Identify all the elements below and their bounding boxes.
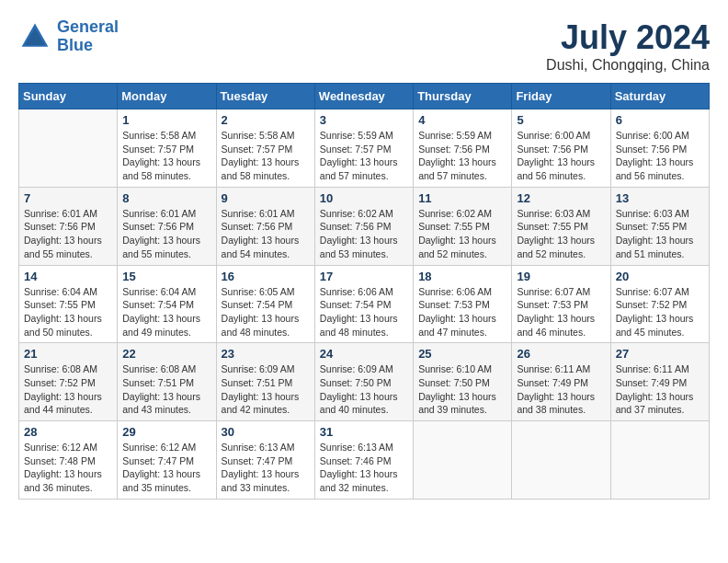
day-info: Sunrise: 6:01 AM Sunset: 7:56 PM Dayligh… (222, 207, 310, 261)
calendar-cell: 1Sunrise: 5:58 AM Sunset: 7:57 PM Daylig… (118, 109, 216, 188)
calendar-cell: 6Sunrise: 6:00 AM Sunset: 7:56 PM Daylig… (610, 109, 709, 188)
day-number: 7 (24, 191, 112, 205)
day-number: 1 (122, 113, 210, 127)
day-number: 19 (517, 270, 605, 283)
calendar-cell: 10Sunrise: 6:02 AM Sunset: 7:56 PM Dayli… (314, 187, 413, 265)
day-info: Sunrise: 6:06 AM Sunset: 7:54 PM Dayligh… (320, 285, 408, 339)
day-number: 30 (222, 425, 310, 439)
day-info: Sunrise: 6:07 AM Sunset: 7:53 PM Dayligh… (517, 285, 605, 339)
day-number: 3 (320, 113, 408, 127)
calendar-cell: 23Sunrise: 6:09 AM Sunset: 7:51 PM Dayli… (216, 343, 314, 421)
day-info: Sunrise: 6:00 AM Sunset: 7:56 PM Dayligh… (517, 129, 605, 183)
day-info: Sunrise: 6:10 AM Sunset: 7:50 PM Dayligh… (418, 362, 506, 417)
day-number: 12 (517, 191, 605, 205)
day-info: Sunrise: 6:02 AM Sunset: 7:56 PM Dayligh… (320, 207, 408, 261)
day-info: Sunrise: 5:58 AM Sunset: 7:57 PM Dayligh… (222, 129, 310, 183)
day-info: Sunrise: 6:09 AM Sunset: 7:51 PM Dayligh… (222, 362, 310, 417)
day-number: 21 (24, 347, 112, 361)
day-number: 22 (122, 347, 210, 361)
calendar-cell: 15Sunrise: 6:04 AM Sunset: 7:54 PM Dayli… (118, 265, 216, 343)
calendar-cell (610, 421, 709, 500)
day-info: Sunrise: 6:07 AM Sunset: 7:52 PM Dayligh… (616, 285, 704, 339)
day-info: Sunrise: 5:59 AM Sunset: 7:56 PM Dayligh… (418, 129, 506, 183)
calendar-cell: 28Sunrise: 6:12 AM Sunset: 7:48 PM Dayli… (19, 421, 118, 500)
calendar-week-row: 21Sunrise: 6:08 AM Sunset: 7:52 PM Dayli… (19, 343, 710, 421)
day-info: Sunrise: 6:11 AM Sunset: 7:49 PM Dayligh… (517, 362, 605, 417)
day-number: 16 (222, 270, 310, 283)
day-info: Sunrise: 6:09 AM Sunset: 7:50 PM Dayligh… (320, 362, 408, 417)
day-number: 5 (517, 113, 605, 127)
weekday-header-monday: Monday (118, 84, 216, 109)
calendar-cell: 16Sunrise: 6:05 AM Sunset: 7:54 PM Dayli… (216, 265, 314, 343)
calendar-cell: 14Sunrise: 6:04 AM Sunset: 7:55 PM Dayli… (19, 265, 118, 343)
calendar-week-row: 14Sunrise: 6:04 AM Sunset: 7:55 PM Dayli… (19, 265, 710, 343)
weekday-header-friday: Friday (512, 84, 610, 109)
day-info: Sunrise: 6:08 AM Sunset: 7:51 PM Dayligh… (122, 362, 210, 417)
calendar-cell: 24Sunrise: 6:09 AM Sunset: 7:50 PM Dayli… (314, 343, 413, 421)
day-info: Sunrise: 6:12 AM Sunset: 7:47 PM Dayligh… (122, 441, 210, 495)
calendar-cell (414, 421, 512, 500)
day-number: 9 (222, 191, 310, 205)
calendar-cell: 25Sunrise: 6:10 AM Sunset: 7:50 PM Dayli… (414, 343, 512, 421)
day-number: 8 (122, 191, 210, 205)
calendar-cell (512, 421, 610, 500)
day-info: Sunrise: 6:05 AM Sunset: 7:54 PM Dayligh… (222, 285, 310, 339)
day-info: Sunrise: 6:13 AM Sunset: 7:46 PM Dayligh… (320, 441, 408, 495)
day-info: Sunrise: 6:08 AM Sunset: 7:52 PM Dayligh… (24, 362, 112, 417)
calendar-cell: 2Sunrise: 5:58 AM Sunset: 7:57 PM Daylig… (216, 109, 314, 188)
day-info: Sunrise: 6:11 AM Sunset: 7:49 PM Dayligh… (616, 362, 704, 417)
day-info: Sunrise: 6:06 AM Sunset: 7:53 PM Dayligh… (418, 285, 506, 339)
calendar-cell (19, 109, 118, 188)
day-info: Sunrise: 6:04 AM Sunset: 7:54 PM Dayligh… (122, 285, 210, 339)
logo-text: General Blue (57, 18, 119, 55)
day-info: Sunrise: 6:03 AM Sunset: 7:55 PM Dayligh… (517, 207, 605, 261)
day-info: Sunrise: 6:01 AM Sunset: 7:56 PM Dayligh… (122, 207, 210, 261)
day-number: 24 (320, 347, 408, 361)
day-info: Sunrise: 6:03 AM Sunset: 7:55 PM Dayligh… (616, 207, 704, 261)
page-header: General Blue July 2024 Dushi, Chongqing,… (18, 18, 710, 74)
calendar-cell: 27Sunrise: 6:11 AM Sunset: 7:49 PM Dayli… (610, 343, 709, 421)
weekday-header-thursday: Thursday (414, 84, 512, 109)
logo-icon (18, 20, 51, 53)
calendar-week-row: 7Sunrise: 6:01 AM Sunset: 7:56 PM Daylig… (19, 187, 710, 265)
calendar-cell: 17Sunrise: 6:06 AM Sunset: 7:54 PM Dayli… (314, 265, 413, 343)
day-info: Sunrise: 5:58 AM Sunset: 7:57 PM Dayligh… (122, 129, 210, 183)
title-block: July 2024 Dushi, Chongqing, China (546, 18, 710, 74)
day-number: 20 (616, 270, 704, 283)
day-number: 11 (418, 191, 506, 205)
day-number: 15 (122, 270, 210, 283)
weekday-header-tuesday: Tuesday (216, 84, 314, 109)
day-number: 31 (320, 425, 408, 439)
calendar-cell: 19Sunrise: 6:07 AM Sunset: 7:53 PM Dayli… (512, 265, 610, 343)
calendar-cell: 7Sunrise: 6:01 AM Sunset: 7:56 PM Daylig… (19, 187, 118, 265)
weekday-header-wednesday: Wednesday (314, 84, 413, 109)
calendar-cell: 21Sunrise: 6:08 AM Sunset: 7:52 PM Dayli… (19, 343, 118, 421)
month-year: July 2024 (546, 18, 710, 57)
calendar-week-row: 1Sunrise: 5:58 AM Sunset: 7:57 PM Daylig… (19, 109, 710, 188)
day-number: 17 (320, 270, 408, 283)
calendar-cell: 29Sunrise: 6:12 AM Sunset: 7:47 PM Dayli… (118, 421, 216, 500)
day-number: 26 (517, 347, 605, 361)
day-number: 18 (418, 270, 506, 283)
day-info: Sunrise: 6:13 AM Sunset: 7:47 PM Dayligh… (222, 441, 310, 495)
calendar-cell: 9Sunrise: 6:01 AM Sunset: 7:56 PM Daylig… (216, 187, 314, 265)
location: Dushi, Chongqing, China (546, 57, 710, 74)
calendar-cell: 12Sunrise: 6:03 AM Sunset: 7:55 PM Dayli… (512, 187, 610, 265)
day-info: Sunrise: 6:12 AM Sunset: 7:48 PM Dayligh… (24, 441, 112, 495)
calendar-cell: 18Sunrise: 6:06 AM Sunset: 7:53 PM Dayli… (414, 265, 512, 343)
day-number: 2 (222, 113, 310, 127)
day-number: 13 (616, 191, 704, 205)
calendar-cell: 31Sunrise: 6:13 AM Sunset: 7:46 PM Dayli… (314, 421, 413, 500)
weekday-header-row: SundayMondayTuesdayWednesdayThursdayFrid… (19, 84, 710, 109)
weekday-header-sunday: Sunday (19, 84, 118, 109)
day-info: Sunrise: 6:01 AM Sunset: 7:56 PM Dayligh… (24, 207, 112, 261)
day-number: 23 (222, 347, 310, 361)
calendar-cell: 3Sunrise: 5:59 AM Sunset: 7:57 PM Daylig… (314, 109, 413, 188)
day-info: Sunrise: 5:59 AM Sunset: 7:57 PM Dayligh… (320, 129, 408, 183)
day-number: 14 (24, 270, 112, 283)
day-number: 4 (418, 113, 506, 127)
calendar-cell: 8Sunrise: 6:01 AM Sunset: 7:56 PM Daylig… (118, 187, 216, 265)
calendar-cell: 20Sunrise: 6:07 AM Sunset: 7:52 PM Dayli… (610, 265, 709, 343)
day-number: 6 (616, 113, 704, 127)
day-number: 29 (122, 425, 210, 439)
